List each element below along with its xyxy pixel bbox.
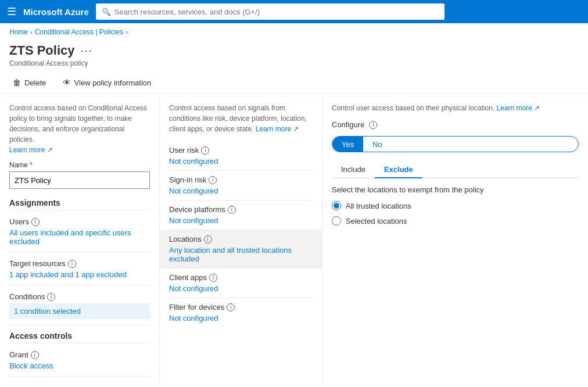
condition-label-2: Device platforms [169, 205, 225, 214]
condition-label-5: Filter for devices [169, 303, 224, 311]
breadcrumb-sep-1: › [30, 28, 33, 35]
target-resources-value[interactable]: 1 app included and 1 app excluded [9, 270, 150, 279]
configure-row: Configure i [332, 120, 579, 129]
configure-info-icon: i [369, 121, 377, 129]
top-bar: ☰ Microsoft Azure 🔍 [0, 0, 588, 23]
condition-label-3: Locations [169, 235, 202, 243]
tab-exclude[interactable]: Exclude [375, 162, 422, 178]
target-resources-label: Target resources [9, 259, 66, 268]
condition-info-0: i [201, 146, 209, 155]
grant-value[interactable]: Block access [9, 361, 150, 370]
conditions-label: Conditions [9, 292, 45, 301]
users-section: Users i All users included and specific … [9, 217, 150, 246]
delete-label: Delete [24, 78, 46, 87]
condition-label-0: User risk [169, 146, 199, 155]
condition-info-3: i [204, 235, 212, 243]
condition-value-4[interactable]: Not configured [169, 284, 218, 293]
breadcrumb-home[interactable]: Home [9, 28, 28, 36]
radio-group: All trusted locations Selected locations [332, 201, 579, 225]
left-panel-learn-more[interactable]: Learn more [9, 146, 45, 154]
grant-label: Grant [9, 350, 28, 359]
search-input[interactable] [114, 8, 439, 16]
hamburger-icon[interactable]: ☰ [7, 5, 16, 18]
condition-label-1: Sign-in risk [169, 175, 206, 184]
middle-panel-description: Control access based on signals from con… [169, 103, 313, 134]
toolbar: 🗑 Delete 👁 View policy information [0, 72, 588, 94]
condition-info-5: i [227, 303, 235, 311]
users-value[interactable]: All users included and specific users ex… [9, 228, 150, 246]
right-panel-learn-more[interactable]: Learn more [497, 104, 532, 112]
condition-value-1[interactable]: Not configured [169, 187, 218, 195]
condition-item-0[interactable]: User risk i Not configured [169, 141, 313, 171]
delete-icon: 🗑 [13, 78, 21, 87]
target-resources-info-icon: i [68, 260, 76, 268]
radio-all-trusted[interactable]: All trusted locations [332, 201, 579, 210]
right-panel: Control user access based on their physi… [322, 94, 588, 382]
condition-item-1[interactable]: Sign-in risk i Not configured [169, 171, 313, 200]
condition-info-2: i [228, 206, 236, 214]
users-label: Users [9, 217, 29, 226]
more-options-button[interactable]: ··· [80, 45, 92, 57]
condition-label-4: Client apps [169, 273, 207, 282]
app-title: Microsoft Azure [23, 7, 89, 17]
main-content: Control access based on Conditional Acce… [0, 94, 588, 382]
delete-button[interactable]: 🗑 Delete [9, 76, 50, 89]
page-header: ZTS Policy ··· Conditional Access policy [0, 41, 588, 72]
middle-panel-learn-more[interactable]: Learn more [256, 125, 291, 133]
toggle-yes-button[interactable]: Yes [332, 137, 363, 152]
left-panel: Control access based on Conditional Acce… [0, 94, 160, 382]
middle-panel: Control access based on signals from con… [160, 94, 322, 382]
condition-value-5[interactable]: Not configured [169, 314, 218, 322]
radio-selected-locations-label: Selected locations [346, 217, 407, 225]
breadcrumb: Home › Conditional Access | Policies › [0, 23, 588, 41]
radio-selected-locations-input[interactable] [332, 216, 341, 225]
conditions-section: Conditions i 1 condition selected [9, 292, 150, 319]
tab-row: Include Exclude [332, 162, 579, 178]
page-subtitle: Conditional Access policy [9, 59, 579, 67]
condition-info-4: i [209, 274, 217, 282]
toggle-no-button[interactable]: No [363, 137, 392, 152]
radio-selected-locations[interactable]: Selected locations [332, 216, 579, 225]
location-description: Select the locations to exempt from the … [332, 185, 579, 194]
users-info-icon: i [31, 218, 40, 226]
condition-item-4[interactable]: Client apps i Not configured [169, 268, 313, 298]
left-panel-description: Control access based on Conditional Acce… [9, 103, 150, 155]
right-panel-description: Control user access based on their physi… [332, 103, 579, 113]
breadcrumb-policies[interactable]: Conditional Access | Policies [35, 28, 124, 36]
grant-section: Grant i Block access [9, 350, 150, 370]
grant-info-icon: i [31, 351, 39, 359]
conditions-list: User risk i Not configured Sign-in risk … [169, 141, 313, 327]
radio-all-trusted-input[interactable] [332, 201, 341, 210]
configure-label: Configure [332, 120, 364, 129]
condition-value-3[interactable]: Any location and all trusted locations e… [169, 246, 292, 263]
search-icon: 🔍 [102, 8, 111, 16]
name-label: Name * [9, 161, 150, 169]
condition-item-3[interactable]: Locations i Any location and all trusted… [160, 230, 322, 268]
condition-value-0[interactable]: Not configured [169, 157, 218, 166]
condition-value-2[interactable]: Not configured [169, 216, 218, 225]
condition-item-2[interactable]: Device platforms i Not configured [169, 200, 313, 230]
name-input[interactable] [9, 171, 150, 189]
view-policy-icon: 👁 [63, 78, 71, 87]
assignments-title: Assignments [9, 198, 150, 210]
condition-info-1: i [209, 176, 217, 184]
view-policy-button[interactable]: 👁 View policy information [59, 76, 155, 89]
access-controls-title: Access controls [9, 331, 150, 343]
conditions-info-icon: i [47, 293, 55, 301]
conditions-value[interactable]: 1 condition selected [14, 307, 145, 316]
target-resources-section: Target resources i 1 app included and 1 … [9, 259, 150, 279]
configure-toggle[interactable]: Yes No [332, 136, 579, 152]
tab-include[interactable]: Include [332, 162, 375, 178]
page-title: ZTS Policy [9, 43, 74, 58]
condition-item-5[interactable]: Filter for devices i Not configured [169, 298, 313, 327]
radio-all-trusted-label: All trusted locations [346, 202, 411, 210]
view-policy-label: View policy information [74, 78, 152, 87]
breadcrumb-sep-2: › [126, 28, 128, 35]
search-box[interactable]: 🔍 [96, 3, 444, 20]
